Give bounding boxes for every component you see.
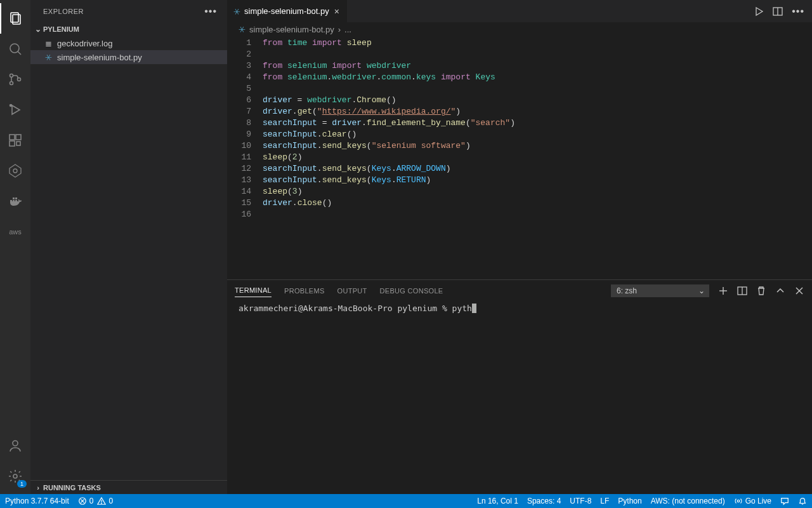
svg-line-3: [18, 51, 21, 55]
svg-point-15: [13, 441, 18, 446]
status-encoding[interactable]: UTF-8: [570, 497, 591, 505]
panel-tab-output[interactable]: OUTPUT: [337, 284, 367, 297]
svg-rect-9: [10, 135, 15, 140]
python-file-icon: ⚹: [233, 6, 240, 17]
breadcrumb-file: simple-selenium-bot.py: [249, 25, 334, 34]
svg-point-32: [737, 500, 740, 502]
file-name: simple-selenium-bot.py: [57, 53, 142, 62]
extensions-icon[interactable]: [0, 125, 30, 156]
status-spaces[interactable]: Spaces: 4: [527, 497, 561, 505]
terminal-prompt-symbol: %: [442, 304, 447, 313]
svg-marker-17: [756, 8, 763, 15]
close-tab-icon[interactable]: ×: [333, 6, 341, 17]
python-file-icon: ⚹: [239, 24, 246, 34]
running-tasks-label: RUNNING TASKS: [43, 484, 101, 491]
split-editor-icon[interactable]: [773, 6, 783, 17]
debug-icon[interactable]: [0, 95, 30, 125]
bottom-panel: TERMINAL PROBLEMS OUTPUT DEBUG CONSOLE 6…: [227, 279, 812, 494]
svg-rect-11: [10, 141, 15, 146]
status-feedback-icon[interactable]: [780, 497, 789, 505]
svg-rect-12: [16, 142, 20, 145]
status-aws[interactable]: AWS: (not connected): [651, 497, 725, 505]
svg-point-8: [10, 105, 12, 107]
svg-marker-13: [10, 164, 21, 177]
terminal-prompt-user: akrammecheri@Akrams-MacBook-Pro: [239, 304, 393, 313]
project-header[interactable]: ⌄ PYLENIUM: [30, 22, 227, 36]
tab-more-icon[interactable]: •••: [792, 6, 804, 17]
editor-area: ⚹ simple-selenium-bot.py × ••• ⚹ simple-…: [227, 0, 812, 494]
panel-tab-problems[interactable]: PROBLEMS: [284, 284, 325, 297]
terminal-prompt-dir: pylenium: [397, 304, 437, 313]
sidebar-title: EXPLORER: [43, 8, 84, 15]
status-warnings[interactable]: 0: [97, 497, 113, 505]
status-language[interactable]: Python: [618, 497, 641, 505]
file-name: geckodriver.log: [57, 39, 112, 48]
svg-point-14: [13, 169, 17, 173]
project-name: PYLENIUM: [43, 25, 79, 33]
sidebar: EXPLORER ••• ⌄ PYLENIUM ≣ geckodriver.lo…: [30, 0, 227, 494]
running-tasks-header[interactable]: › RUNNING TASKS: [30, 480, 227, 494]
settings-icon[interactable]: 1: [0, 461, 30, 491]
status-ln-col[interactable]: Ln 16, Col 1: [477, 497, 518, 505]
run-icon[interactable]: [754, 6, 764, 17]
terminal[interactable]: akrammecheri@Akrams-MacBook-Pro pylenium…: [227, 301, 812, 494]
status-python-version[interactable]: Python 3.7.7 64-bit: [5, 497, 69, 505]
code-content: from time import sleep from selenium imp…: [263, 36, 812, 279]
explorer-icon[interactable]: [0, 3, 30, 34]
kubernetes-icon[interactable]: [0, 156, 30, 186]
statusbar: Python 3.7.7 64-bit 0 0 Ln 16, Col 1 Spa…: [0, 494, 812, 508]
status-bell-icon[interactable]: [798, 497, 807, 505]
svg-point-4: [10, 74, 13, 77]
terminal-cursor: [472, 304, 476, 313]
code-editor[interactable]: 1234 5678 9101112 13141516 from time imp…: [227, 36, 812, 279]
panel-tab-terminal[interactable]: TERMINAL: [235, 284, 272, 297]
sidebar-more-icon[interactable]: •••: [204, 6, 217, 17]
terminal-input-text: pyth: [452, 304, 472, 313]
close-panel-icon[interactable]: [794, 286, 804, 296]
svg-point-6: [18, 78, 21, 81]
settings-badge: 1: [17, 480, 27, 488]
docker-icon[interactable]: [0, 186, 30, 217]
svg-point-31: [102, 503, 102, 504]
breadcrumb[interactable]: ⚹ simple-selenium-bot.py › ...: [227, 22, 812, 36]
account-icon[interactable]: [0, 431, 30, 461]
editor-tab[interactable]: ⚹ simple-selenium-bot.py ×: [227, 0, 347, 22]
file-icon: ≣: [43, 39, 53, 48]
status-errors[interactable]: 0: [78, 497, 94, 505]
breadcrumb-rest: ...: [344, 25, 351, 34]
terminal-selector[interactable]: 6: zsh ⌄: [611, 284, 709, 297]
kill-terminal-icon[interactable]: [756, 286, 766, 296]
svg-point-5: [10, 82, 13, 85]
maximize-panel-icon[interactable]: [775, 286, 785, 296]
svg-rect-10: [16, 135, 21, 140]
activity-bar: aws 1: [0, 0, 30, 494]
split-terminal-icon[interactable]: [737, 286, 747, 296]
python-file-icon: ⚹: [43, 52, 53, 62]
terminal-selector-value: 6: zsh: [617, 286, 637, 295]
svg-marker-7: [12, 105, 20, 114]
aws-icon[interactable]: aws: [0, 217, 30, 247]
panel-tab-debug-console[interactable]: DEBUG CONSOLE: [380, 284, 443, 297]
tab-bar: ⚹ simple-selenium-bot.py × •••: [227, 0, 812, 22]
file-item-geckodriver[interactable]: ≣ geckodriver.log: [30, 36, 227, 50]
chevron-down-icon: ⌄: [33, 25, 43, 34]
tab-filename: simple-selenium-bot.py: [244, 6, 329, 16]
chevron-right-icon: ›: [33, 484, 43, 491]
line-numbers: 1234 5678 9101112 13141516: [227, 36, 263, 279]
breadcrumb-separator: ›: [338, 25, 341, 34]
svg-point-2: [10, 44, 19, 53]
svg-point-16: [13, 474, 17, 478]
source-control-icon[interactable]: [0, 64, 30, 95]
new-terminal-icon[interactable]: [718, 286, 728, 296]
file-item-selenium-bot[interactable]: ⚹ simple-selenium-bot.py: [30, 50, 227, 64]
status-go-live[interactable]: Go Live: [734, 497, 771, 505]
chevron-down-icon: ⌄: [698, 286, 705, 295]
search-icon[interactable]: [0, 34, 30, 64]
status-eol[interactable]: LF: [600, 497, 609, 505]
